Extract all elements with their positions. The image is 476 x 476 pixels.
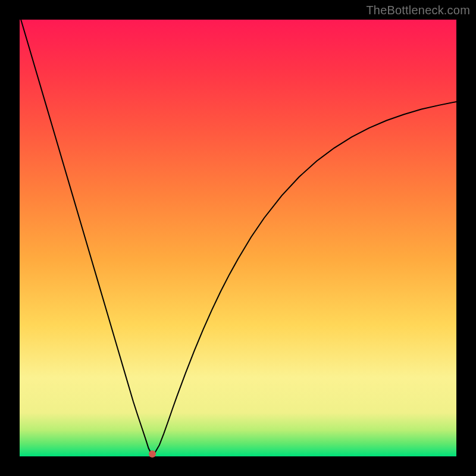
- curve-layer: [20, 20, 456, 456]
- bottleneck-curve: [20, 15, 456, 453]
- watermark: TheBottleneck.com: [366, 4, 470, 17]
- plot-area: [20, 20, 456, 456]
- min-dot: [149, 450, 156, 458]
- chart-container: TheBottleneck.com: [0, 0, 476, 476]
